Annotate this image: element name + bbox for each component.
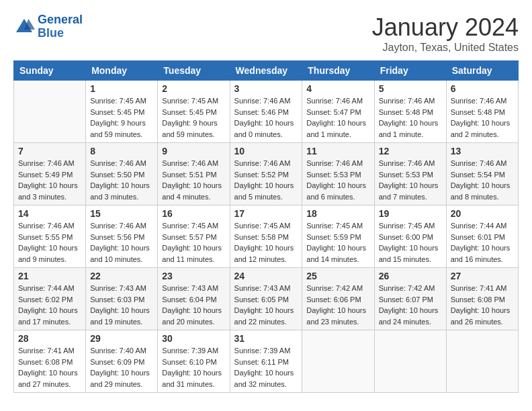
calendar-header-row: SundayMondayTuesdayWednesdayThursdayFrid… [14, 61, 519, 81]
day-number: 23 [162, 271, 225, 281]
subtitle: Jayton, Texas, United States [372, 42, 519, 54]
day-info: Sunrise: 7:41 AM Sunset: 6:08 PM Dayligh… [451, 283, 514, 327]
day-info: Sunrise: 7:45 AM Sunset: 6:00 PM Dayligh… [379, 220, 442, 265]
calendar-cell: 4Sunrise: 7:46 AM Sunset: 5:47 PM Daylig… [302, 81, 374, 143]
calendar-cell [374, 330, 446, 393]
day-number: 12 [379, 146, 442, 156]
day-info: Sunrise: 7:46 AM Sunset: 5:56 PM Dayligh… [90, 220, 153, 265]
calendar-cell: 21Sunrise: 7:44 AM Sunset: 6:02 PM Dayli… [14, 268, 86, 330]
day-number: 21 [18, 271, 81, 281]
day-info: Sunrise: 7:46 AM Sunset: 5:46 PM Dayligh… [234, 95, 298, 140]
day-info: Sunrise: 7:43 AM Sunset: 6:04 PM Dayligh… [162, 283, 225, 327]
title-section: January 2024 Jayton, Texas, United State… [372, 13, 519, 54]
day-number: 25 [306, 271, 369, 281]
day-info: Sunrise: 7:45 AM Sunset: 5:59 PM Dayligh… [306, 220, 369, 265]
calendar-cell: 18Sunrise: 7:45 AM Sunset: 5:59 PM Dayli… [302, 205, 374, 268]
day-number: 17 [234, 208, 298, 219]
day-info: Sunrise: 7:43 AM Sunset: 6:05 PM Dayligh… [234, 283, 298, 327]
day-info: Sunrise: 7:44 AM Sunset: 6:01 PM Dayligh… [451, 220, 514, 265]
calendar-cell: 25Sunrise: 7:42 AM Sunset: 6:06 PM Dayli… [302, 268, 374, 330]
day-info: Sunrise: 7:45 AM Sunset: 5:45 PM Dayligh… [90, 95, 153, 140]
calendar-week-row: 14Sunrise: 7:46 AM Sunset: 5:55 PM Dayli… [14, 205, 519, 268]
day-info: Sunrise: 7:46 AM Sunset: 5:50 PM Dayligh… [90, 158, 153, 202]
calendar-cell: 5Sunrise: 7:46 AM Sunset: 5:48 PM Daylig… [374, 81, 446, 143]
day-number: 3 [234, 83, 298, 94]
day-number: 27 [451, 271, 514, 281]
day-number: 8 [90, 146, 153, 156]
column-header-monday: Monday [86, 61, 158, 81]
calendar-cell: 9Sunrise: 7:46 AM Sunset: 5:51 PM Daylig… [158, 143, 230, 205]
calendar-cell: 3Sunrise: 7:46 AM Sunset: 5:46 PM Daylig… [230, 81, 302, 143]
day-number: 24 [234, 271, 298, 281]
day-info: Sunrise: 7:45 AM Sunset: 5:45 PM Dayligh… [162, 95, 225, 140]
column-header-sunday: Sunday [14, 61, 86, 81]
column-header-tuesday: Tuesday [158, 61, 230, 81]
day-info: Sunrise: 7:46 AM Sunset: 5:53 PM Dayligh… [379, 158, 442, 202]
column-header-saturday: Saturday [446, 61, 518, 81]
calendar-cell: 23Sunrise: 7:43 AM Sunset: 6:04 PM Dayli… [158, 268, 230, 330]
day-info: Sunrise: 7:46 AM Sunset: 5:52 PM Dayligh… [234, 158, 298, 202]
day-info: Sunrise: 7:41 AM Sunset: 6:08 PM Dayligh… [18, 345, 81, 390]
day-number: 20 [451, 208, 514, 219]
day-number: 13 [451, 146, 514, 156]
day-number: 18 [306, 208, 369, 219]
calendar-cell: 15Sunrise: 7:46 AM Sunset: 5:56 PM Dayli… [86, 205, 158, 268]
calendar-cell: 10Sunrise: 7:46 AM Sunset: 5:52 PM Dayli… [230, 143, 302, 205]
day-number: 30 [162, 333, 225, 344]
day-number: 16 [162, 208, 225, 219]
day-info: Sunrise: 7:45 AM Sunset: 5:57 PM Dayligh… [162, 220, 225, 265]
logo: General Blue [13, 13, 83, 40]
calendar-cell: 16Sunrise: 7:45 AM Sunset: 5:57 PM Dayli… [158, 205, 230, 268]
calendar-cell: 7Sunrise: 7:46 AM Sunset: 5:49 PM Daylig… [14, 143, 86, 205]
calendar-cell: 22Sunrise: 7:43 AM Sunset: 6:03 PM Dayli… [86, 268, 158, 330]
calendar-week-row: 7Sunrise: 7:46 AM Sunset: 5:49 PM Daylig… [14, 143, 519, 205]
day-number: 10 [234, 146, 298, 156]
calendar-cell: 24Sunrise: 7:43 AM Sunset: 6:05 PM Dayli… [230, 268, 302, 330]
column-header-wednesday: Wednesday [230, 61, 302, 81]
day-info: Sunrise: 7:42 AM Sunset: 6:07 PM Dayligh… [379, 283, 442, 327]
day-number: 15 [90, 208, 153, 219]
day-info: Sunrise: 7:39 AM Sunset: 6:11 PM Dayligh… [234, 345, 298, 390]
calendar-week-row: 21Sunrise: 7:44 AM Sunset: 6:02 PM Dayli… [14, 268, 519, 330]
day-info: Sunrise: 7:46 AM Sunset: 5:49 PM Dayligh… [18, 158, 81, 202]
logo-line1: General [38, 13, 83, 26]
day-number: 22 [90, 271, 153, 281]
calendar-cell: 26Sunrise: 7:42 AM Sunset: 6:07 PM Dayli… [374, 268, 446, 330]
day-info: Sunrise: 7:46 AM Sunset: 5:48 PM Dayligh… [451, 95, 514, 140]
day-info: Sunrise: 7:46 AM Sunset: 5:47 PM Dayligh… [306, 95, 369, 140]
day-number: 7 [18, 146, 81, 156]
header: General Blue January 2024 Jayton, Texas,… [13, 13, 519, 54]
calendar-cell: 28Sunrise: 7:41 AM Sunset: 6:08 PM Dayli… [14, 330, 86, 393]
calendar-cell: 19Sunrise: 7:45 AM Sunset: 6:00 PM Dayli… [374, 205, 446, 268]
calendar-cell: 11Sunrise: 7:46 AM Sunset: 5:53 PM Dayli… [302, 143, 374, 205]
day-number: 26 [379, 271, 442, 281]
day-info: Sunrise: 7:46 AM Sunset: 5:55 PM Dayligh… [18, 220, 81, 265]
calendar-cell: 1Sunrise: 7:45 AM Sunset: 5:45 PM Daylig… [86, 81, 158, 143]
calendar-cell: 12Sunrise: 7:46 AM Sunset: 5:53 PM Dayli… [374, 143, 446, 205]
day-number: 31 [234, 333, 298, 344]
calendar-cell [302, 330, 374, 393]
calendar-cell: 13Sunrise: 7:46 AM Sunset: 5:54 PM Dayli… [446, 143, 518, 205]
day-number: 9 [162, 146, 225, 156]
calendar-table: SundayMondayTuesdayWednesdayThursdayFrid… [13, 60, 519, 393]
calendar-cell: 14Sunrise: 7:46 AM Sunset: 5:55 PM Dayli… [14, 205, 86, 268]
day-info: Sunrise: 7:46 AM Sunset: 5:54 PM Dayligh… [451, 158, 514, 202]
calendar-cell [446, 330, 518, 393]
day-number: 28 [18, 333, 81, 344]
day-number: 5 [379, 83, 442, 94]
calendar-cell: 8Sunrise: 7:46 AM Sunset: 5:50 PM Daylig… [86, 143, 158, 205]
logo-text: General Blue [38, 13, 83, 40]
calendar-cell: 31Sunrise: 7:39 AM Sunset: 6:11 PM Dayli… [230, 330, 302, 393]
day-number: 4 [306, 83, 369, 94]
day-number: 6 [451, 83, 514, 94]
day-number: 1 [90, 83, 153, 94]
calendar-cell: 30Sunrise: 7:39 AM Sunset: 6:10 PM Dayli… [158, 330, 230, 393]
logo-line2: Blue [38, 26, 64, 40]
calendar-cell: 29Sunrise: 7:40 AM Sunset: 6:09 PM Dayli… [86, 330, 158, 393]
day-info: Sunrise: 7:45 AM Sunset: 5:58 PM Dayligh… [234, 220, 298, 265]
day-number: 14 [18, 208, 81, 219]
day-number: 11 [306, 146, 369, 156]
day-info: Sunrise: 7:40 AM Sunset: 6:09 PM Dayligh… [90, 345, 153, 390]
main-title: January 2024 [372, 13, 519, 42]
day-info: Sunrise: 7:43 AM Sunset: 6:03 PM Dayligh… [90, 283, 153, 327]
